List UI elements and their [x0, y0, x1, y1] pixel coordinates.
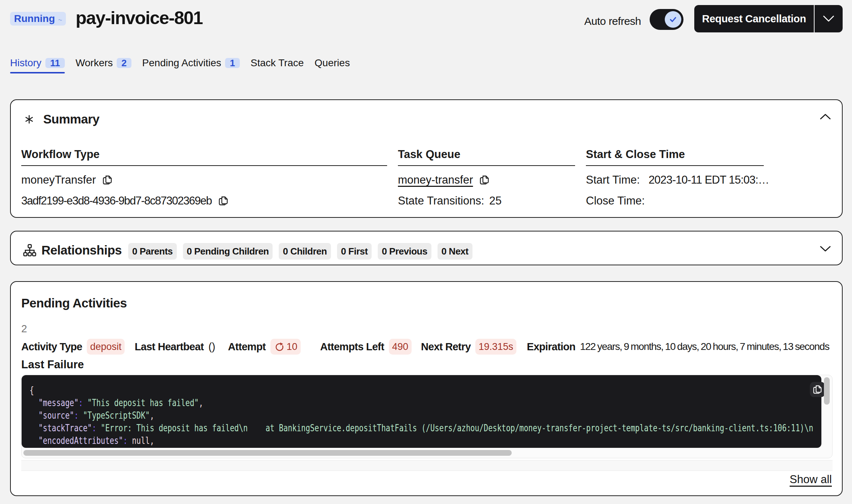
- tab-queries[interactable]: Queries: [315, 57, 350, 73]
- page-title: pay-invoice-801: [76, 8, 203, 28]
- last-failure-code-container: { "message": "This deposit has failed", …: [21, 375, 833, 458]
- workflow-type-column: Workflow Type moneyTransfer 3adf2199-e3d…: [21, 148, 387, 208]
- time-header: Start & Close Time: [586, 148, 764, 166]
- chevron-down-icon: [820, 245, 831, 252]
- summary-header[interactable]: Summary: [24, 112, 99, 126]
- parents-badge: 0 Parents: [128, 243, 177, 260]
- close-time: Close Time:: [586, 194, 764, 208]
- expiration-label: Expiration: [527, 341, 575, 353]
- show-all-link[interactable]: Show all: [790, 473, 832, 486]
- previous-badge: 0 Previous: [378, 243, 431, 260]
- last-heartbeat-value: (): [208, 341, 215, 353]
- code-block[interactable]: { "message": "This deposit has failed", …: [22, 375, 821, 448]
- cancel-menu-button[interactable]: [815, 5, 843, 32]
- last-heartbeat-label: Last Heartbeat: [135, 341, 204, 353]
- task-queue-column: Task Queue money-transfer State Transiti…: [398, 148, 575, 208]
- time-column: Start & Close Time Start Time: 2023-10-1…: [586, 148, 764, 208]
- summary-grid: Workflow Type moneyTransfer 3adf2199-e3d…: [21, 148, 764, 208]
- code-line: "message": "This deposit has failed",: [30, 397, 655, 409]
- state-transitions-label: State Transitions:: [398, 194, 484, 207]
- children-badge: 0 Children: [279, 243, 331, 260]
- copy-icon[interactable]: [479, 174, 490, 186]
- last-heartbeat-field: Last Heartbeat (): [135, 339, 215, 355]
- relationships-card: Relationships 0 Parents 0 Pending Childr…: [10, 231, 843, 265]
- copy-icon[interactable]: [102, 174, 113, 186]
- asterisk-icon: [24, 114, 34, 124]
- vertical-scrollbar[interactable]: [824, 377, 830, 405]
- tab-count-badge: 11: [45, 58, 65, 68]
- code-copy-button[interactable]: [810, 382, 825, 397]
- empty-table-row: [21, 460, 833, 471]
- activity-type-badge: deposit: [87, 339, 125, 355]
- tab-history[interactable]: History 11: [10, 57, 65, 73]
- last-failure-label: Last Failure: [21, 358, 84, 371]
- tab-pending-activities[interactable]: Pending Activities 1: [142, 57, 240, 73]
- retry-icon: [274, 341, 285, 352]
- copy-icon: [812, 384, 823, 395]
- run-id: 3adf2199-e3d8-4936-9bd7-8c87302369eb: [21, 194, 212, 207]
- auto-refresh-label: Auto refresh: [584, 15, 641, 27]
- request-cancellation-label[interactable]: Request Cancellation: [694, 5, 815, 32]
- workflow-type-name: moneyTransfer: [21, 174, 96, 186]
- attempt-label: Attempt: [228, 341, 266, 353]
- pending-children-badge: 0 Pending Children: [183, 243, 273, 260]
- close-time-label: Close Time:: [586, 194, 645, 207]
- next-retry-label: Next Retry: [421, 341, 471, 353]
- code-content: { "message": "This deposit has failed", …: [30, 384, 655, 447]
- tab-bar: History 11 Workers 2 Pending Activities …: [10, 57, 350, 73]
- pending-activities-card: Pending Activities 2 Activity Type depos…: [10, 281, 843, 496]
- activity-type-field: Activity Type deposit: [21, 339, 125, 355]
- attempt-field: Attempt 10: [228, 339, 301, 355]
- code-line: {: [30, 384, 655, 397]
- task-queue-header: Task Queue: [398, 148, 575, 166]
- tab-label: Queries: [315, 57, 350, 69]
- status-badge[interactable]: Running: [10, 12, 66, 26]
- running-pulse-icon: [58, 17, 62, 22]
- relationships-title: Relationships: [41, 243, 122, 257]
- code-line: "encodedAttributes": null,: [30, 435, 655, 447]
- relationships-header[interactable]: Relationships 0 Parents 0 Pending Childr…: [23, 242, 472, 258]
- tab-workers[interactable]: Workers 2: [76, 57, 131, 73]
- tab-stack-trace[interactable]: Stack Trace: [251, 57, 304, 73]
- summary-collapse-button[interactable]: [818, 109, 833, 124]
- next-retry-field: Next Retry 19.315s: [421, 339, 516, 355]
- next-retry-badge: 19.315s: [475, 339, 516, 355]
- run-id-value: 3adf2199-e3d8-4936-9bd7-8c87302369eb: [21, 194, 387, 208]
- attempt-value: 10: [287, 341, 297, 352]
- expiration-field: Expiration 122 years, 9 months, 10 days,…: [527, 339, 829, 355]
- auto-refresh-toggle[interactable]: [650, 9, 683, 30]
- start-time-label: Start Time:: [586, 174, 640, 186]
- status-label: Running: [14, 13, 55, 24]
- tab-label: Stack Trace: [251, 57, 304, 69]
- page-header: Running pay-invoice-801 Auto refresh Req…: [10, 0, 843, 37]
- attempt-badge: 10: [270, 339, 301, 355]
- start-time-value: 2023-10-11 EDT 15:03:…: [649, 174, 769, 186]
- workflow-type-value: moneyTransfer: [21, 173, 387, 187]
- horizontal-scrollbar[interactable]: [23, 450, 512, 456]
- pending-activities-title: Pending Activities: [21, 296, 127, 310]
- summary-title: Summary: [43, 112, 99, 126]
- toggle-knob: [665, 11, 681, 28]
- task-queue-link[interactable]: money-transfer: [398, 174, 473, 186]
- relationships-expand-button[interactable]: [818, 242, 833, 256]
- workflow-type-header: Workflow Type: [21, 148, 387, 166]
- org-chart-icon: [23, 244, 36, 257]
- request-cancellation-button[interactable]: Request Cancellation: [694, 5, 843, 32]
- expiration-value: 122 years, 9 months, 10 days, 20 hours, …: [580, 341, 829, 352]
- tab-label: History: [10, 57, 41, 69]
- attempts-left-badge: 490: [389, 339, 412, 355]
- chevron-down-icon: [822, 15, 835, 22]
- attempts-left-label: Attempts Left: [320, 341, 384, 353]
- attempts-left-field: Attempts Left 490: [320, 339, 412, 355]
- tab-count-badge: 2: [117, 58, 131, 68]
- first-badge: 0 First: [337, 243, 372, 260]
- check-icon: [668, 15, 678, 24]
- code-line: "stackTrace": "Error: This deposit has f…: [30, 422, 655, 435]
- copy-icon[interactable]: [218, 195, 229, 207]
- tab-label: Pending Activities: [142, 57, 221, 69]
- start-time: Start Time: 2023-10-11 EDT 15:03:…: [586, 173, 764, 187]
- state-transitions: State Transitions: 25: [398, 194, 575, 208]
- code-line: "source": "TypeScriptSDK",: [30, 409, 655, 422]
- pending-activity-summary-row: Activity Type deposit Last Heartbeat () …: [21, 339, 832, 355]
- relationship-badges: 0 Parents 0 Pending Children 0 Children …: [128, 243, 472, 260]
